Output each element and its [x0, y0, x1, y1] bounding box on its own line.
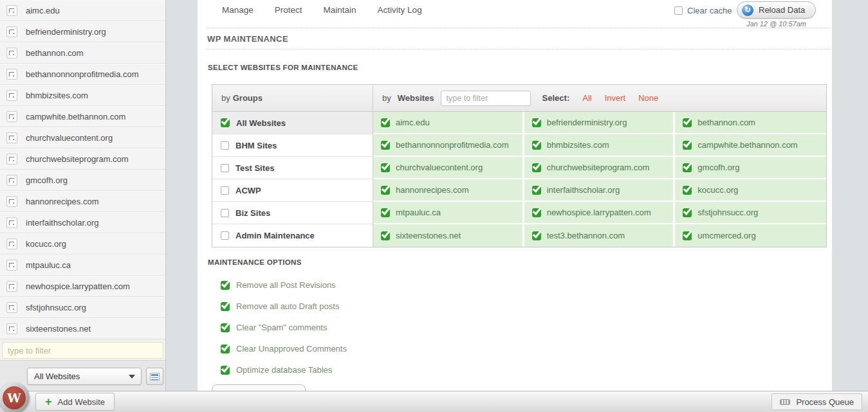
checked-checkbox-icon[interactable] [221, 118, 230, 127]
checked-checkbox-icon[interactable] [532, 118, 541, 127]
checked-checkbox-icon[interactable] [381, 163, 390, 172]
checked-checkbox-icon[interactable] [221, 366, 230, 375]
checked-checkbox-icon[interactable] [532, 163, 541, 172]
sidebar-site-item[interactable]: churchvaluecontent.org [0, 127, 165, 148]
checked-checkbox-icon[interactable] [683, 118, 692, 127]
unchecked-checkbox[interactable] [221, 141, 229, 150]
website-cell[interactable]: bhmbizsites.com [524, 134, 676, 157]
checked-checkbox-icon[interactable] [532, 186, 541, 195]
sidebar-filter-input[interactable] [2, 342, 163, 359]
checked-checkbox-icon[interactable] [532, 141, 541, 150]
list-view-button[interactable] [146, 368, 163, 385]
sidebar-site-item[interactable]: aimc.edu [0, 0, 165, 21]
website-cell[interactable]: sixteenstones.net [373, 224, 524, 247]
unchecked-checkbox[interactable] [221, 231, 229, 240]
tab-maintain[interactable]: Maintain [324, 5, 356, 15]
website-cell[interactable]: bethannonnonprofitmedia.com [373, 134, 524, 157]
sidebar-site-item[interactable]: hannonrecipes.com [0, 191, 165, 212]
sidebar-site-item[interactable]: newhospice.larrypatten.com [0, 276, 165, 297]
website-cell[interactable]: churchvaluecontent.org [373, 157, 524, 179]
checked-checkbox-icon[interactable] [683, 163, 692, 172]
tab-protect[interactable]: Protect [275, 5, 302, 15]
maintenance-option[interactable]: Remove all Post Revisions [221, 274, 347, 296]
checked-checkbox-icon[interactable] [221, 281, 230, 290]
group-select-dropdown[interactable]: All Websites [27, 368, 142, 385]
chevron-down-icon [129, 375, 135, 379]
group-label: Test Sites [235, 163, 274, 173]
checked-checkbox-icon[interactable] [381, 186, 390, 195]
website-cell[interactable]: bethannon.com [675, 112, 826, 134]
checked-checkbox-icon[interactable] [381, 141, 390, 150]
select-invert-link[interactable]: Invert [605, 93, 626, 103]
sidebar-site-item[interactable]: churchwebsiteprogram.com [0, 148, 165, 170]
website-cell[interactable]: kocucc.org [675, 179, 826, 202]
unchecked-checkbox[interactable] [221, 186, 229, 195]
checked-checkbox-icon[interactable] [532, 208, 541, 217]
website-cell[interactable]: newhospice.larrypatten.com [524, 202, 676, 224]
checked-checkbox-icon[interactable] [381, 231, 390, 240]
checked-checkbox-icon[interactable] [221, 345, 230, 354]
select-all-link[interactable]: All [582, 93, 591, 103]
sidebar-site-item[interactable]: campwhite.bethannon.com [0, 106, 165, 127]
unchecked-checkbox[interactable] [221, 164, 229, 172]
group-row[interactable]: ACWP [212, 179, 373, 202]
checked-checkbox-icon[interactable] [683, 231, 692, 240]
website-cell[interactable]: hannonrecipes.com [373, 179, 524, 202]
favicon-placeholder-icon [6, 217, 17, 228]
website-cell[interactable]: befrienderministry.org [524, 112, 676, 134]
tab-manage[interactable]: Manage [222, 5, 254, 15]
maintenance-option[interactable]: Clear Unapproved Comments [221, 338, 347, 359]
sidebar-site-item[interactable]: befrienderministry.org [0, 21, 165, 42]
select-websites-heading: SELECT WEBSITES FOR MAINTENANCE [208, 64, 358, 71]
website-cell[interactable]: umcmerced.org [675, 224, 826, 247]
maintenance-option[interactable]: Optimize database Tables [221, 359, 347, 381]
checked-checkbox-icon[interactable] [683, 141, 692, 150]
sidebar-site-item[interactable]: mtpauluc.ca [0, 255, 165, 276]
reload-data-button[interactable]: ↻ Reload Data [737, 1, 816, 19]
checked-checkbox-icon[interactable] [221, 323, 230, 332]
favicon-placeholder-icon [6, 132, 17, 143]
group-row[interactable]: All Websites [212, 112, 373, 134]
sidebar-site-item[interactable]: interfaithscholar.org [0, 212, 165, 233]
sidebar-site-item[interactable]: bhmbizsites.com [0, 85, 165, 106]
website-cell[interactable]: mtpauluc.ca [373, 202, 524, 224]
checked-checkbox-icon[interactable] [683, 208, 692, 217]
website-cell[interactable]: aimc.edu [373, 112, 524, 134]
add-website-label: Add Website [58, 397, 105, 407]
group-row[interactable]: Test Sites [212, 157, 373, 179]
website-filter-input[interactable] [441, 91, 531, 106]
website-cell[interactable]: test3.bethannon.com [524, 224, 676, 247]
add-website-button[interactable]: + Add Website [35, 393, 115, 411]
sidebar-site-item[interactable]: sixteenstones.net [0, 318, 165, 339]
process-queue-button[interactable]: Process Queue [771, 393, 862, 410]
unchecked-checkbox[interactable] [221, 209, 229, 217]
clear-cache-control[interactable]: Clear cache [674, 6, 732, 15]
clear-cache-checkbox[interactable] [674, 6, 683, 15]
tab-activity-log[interactable]: Activity Log [378, 5, 422, 15]
checked-checkbox-icon[interactable] [381, 118, 390, 127]
group-row[interactable]: Biz Sites [212, 202, 373, 224]
sidebar-site-item[interactable]: sfstjohnsucc.org [0, 297, 165, 318]
sidebar-site-item[interactable]: bethannon.com [0, 42, 165, 64]
select-none-link[interactable]: None [638, 93, 658, 103]
sidebar-site-item[interactable]: gmcofh.org [0, 170, 165, 191]
divider [206, 49, 831, 49]
sidebar-site-item[interactable]: kocucc.org [0, 233, 165, 255]
maintenance-option[interactable]: Clear "Spam" comments [221, 317, 347, 338]
sidebar-site-item[interactable]: bethannonnonprofitmedia.com [0, 64, 165, 85]
checked-checkbox-icon[interactable] [683, 186, 692, 195]
maintenance-option[interactable]: Remove all auto Draft posts [221, 296, 347, 317]
checked-checkbox-icon[interactable] [532, 231, 541, 240]
checked-checkbox-icon[interactable] [381, 208, 390, 217]
website-cell[interactable]: sfstjohnsucc.org [675, 202, 826, 224]
group-row[interactable]: BHM Sites [212, 134, 373, 157]
website-cell[interactable]: campwhite.bethannon.com [675, 134, 826, 157]
website-cell[interactable]: interfaithscholar.org [524, 179, 676, 202]
favicon-placeholder-icon [6, 154, 17, 165]
website-cell[interactable]: gmcofh.org [675, 157, 826, 179]
checked-checkbox-icon[interactable] [221, 302, 230, 311]
group-label: All Websites [236, 118, 286, 128]
website-cell-label: test3.bethannon.com [547, 231, 625, 240]
group-row[interactable]: Admin Maintenance [212, 224, 373, 247]
website-cell[interactable]: churchwebsiteprogram.com [524, 157, 676, 179]
